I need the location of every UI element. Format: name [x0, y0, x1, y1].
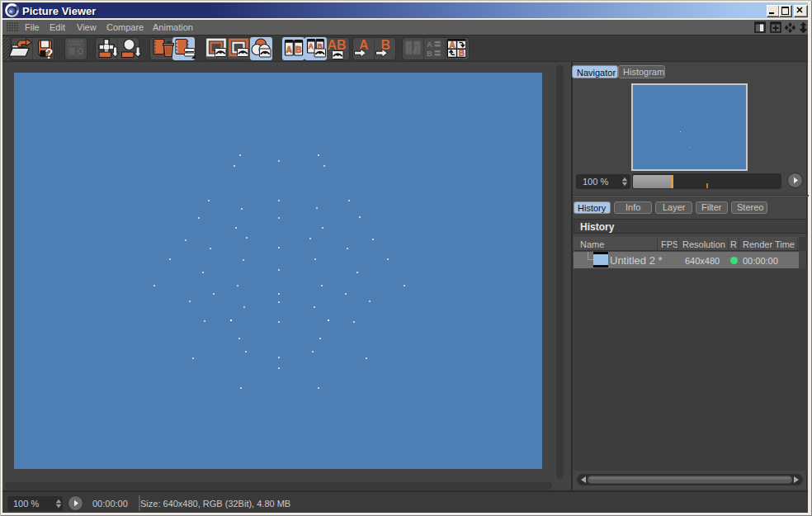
svg-text:AB: AB — [328, 38, 347, 52]
svg-text:B: B — [295, 45, 302, 54]
svg-text:A: A — [406, 44, 412, 53]
svg-text:A: A — [286, 45, 293, 54]
svg-text:B: B — [459, 49, 465, 58]
svg-text:B: B — [427, 49, 432, 58]
svg-text:B: B — [415, 44, 421, 53]
svg-text:?: ? — [45, 47, 54, 61]
svg-text:A: A — [427, 40, 432, 49]
svg-text:A: A — [450, 40, 456, 50]
svg-text:A: A — [309, 42, 314, 50]
